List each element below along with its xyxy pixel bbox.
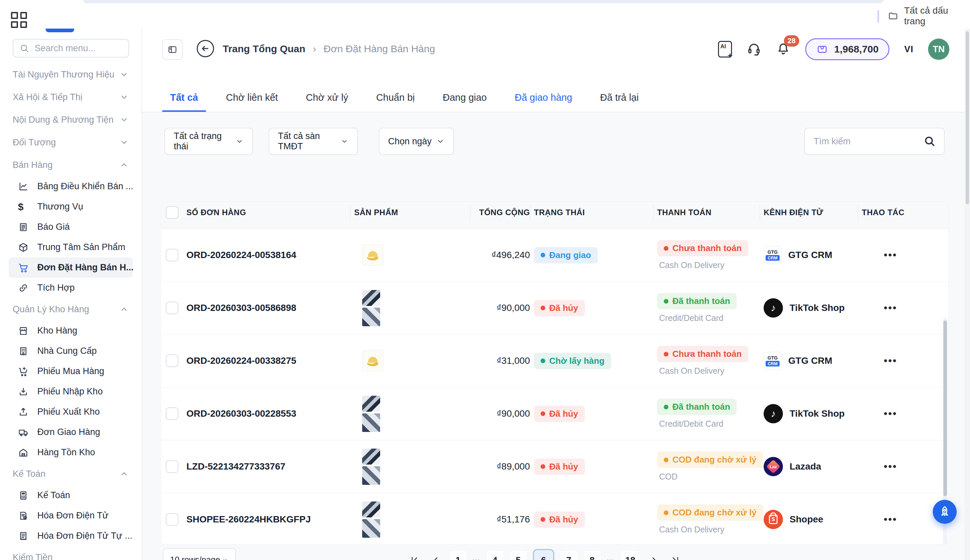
sidebar-item-13[interactable]: Nhà Cung Cấp <box>8 341 133 361</box>
product-thumbnails[interactable] <box>362 290 474 326</box>
product-thumbnails[interactable] <box>362 448 474 485</box>
table-search-input[interactable] <box>813 136 914 147</box>
page-button-7[interactable]: 7 <box>560 551 577 560</box>
app-screen: Tất cả dấu trang Tài Nguyên Thương HiệuX… <box>0 0 970 560</box>
table-scrollbar-thumb[interactable] <box>943 320 947 496</box>
order-id[interactable]: SHOPEE-260224HKBKGFPJ <box>186 514 311 524</box>
page-button-4[interactable]: 4 <box>486 551 503 560</box>
row-checkbox[interactable] <box>166 460 179 473</box>
tab-1[interactable]: Chờ liên kết <box>218 82 286 112</box>
sidebar: Tài Nguyên Thương HiệuXã Hội & Tiếp ThịN… <box>0 28 142 560</box>
sidebar-search[interactable] <box>13 39 129 58</box>
sidebar-item-7[interactable]: Báo Giá <box>8 217 133 237</box>
sidebar-section-19[interactable]: Kế Toán <box>0 463 142 485</box>
page-button-5[interactable]: 5 <box>510 551 527 560</box>
row-checkbox[interactable] <box>166 249 179 262</box>
page-button-1[interactable]: 1 <box>449 551 467 560</box>
sidebar-section-11[interactable]: Quản Lý Kho Hàng <box>0 298 142 320</box>
ai-assistant-icon[interactable]: AI <box>718 41 732 58</box>
row-actions-button[interactable]: ••• <box>862 461 948 472</box>
sidebar-section-0[interactable]: Tài Nguyên Thương Hiệu <box>0 63 142 86</box>
sidebar-section-2[interactable]: Nội Dung & Phương Tiện <box>0 108 142 131</box>
tab-2[interactable]: Chờ xử lý <box>298 82 356 112</box>
row-actions-button[interactable]: ••• <box>862 302 948 313</box>
sidebar-item-14[interactable]: Phiếu Mua Hàng <box>8 361 133 382</box>
sidebar-item-6[interactable]: $Thương Vụ <box>8 197 133 217</box>
marketplace-filter-dropdown[interactable]: Tất cả sàn TMĐT <box>269 128 358 155</box>
row-actions-button[interactable]: ••• <box>862 408 948 419</box>
table-search[interactable] <box>804 128 945 155</box>
breadcrumb-root[interactable]: Trang Tổng Quan <box>223 43 305 55</box>
row-checkbox[interactable] <box>166 513 179 526</box>
avatar[interactable]: TN <box>928 38 949 60</box>
last-page-button[interactable] <box>668 551 683 560</box>
sidebar-item-21[interactable]: Hóa Đơn Điện Tử <box>8 505 133 526</box>
sidebar-section-4[interactable]: Bán Hàng <box>0 153 142 176</box>
sidebar-toggle-button[interactable] <box>162 39 183 60</box>
product-thumbnail-cap[interactable] <box>362 350 383 372</box>
page-button-18[interactable]: 18 <box>620 551 641 560</box>
previous-page-button[interactable] <box>428 551 443 560</box>
sidebar-item-5[interactable]: Bảng Điều Khiển Bán ... <box>8 176 133 197</box>
sidebar-item-15[interactable]: Phiếu Nhập Kho <box>8 382 133 402</box>
sidebar-item-8[interactable]: Trung Tâm Sản Phẩm <box>8 237 133 257</box>
column-header-3[interactable]: TRẠNG THÁI <box>534 205 657 220</box>
sidebar-item-17[interactable]: Đơn Giao Hàng <box>8 422 133 442</box>
notifications-bell-icon[interactable]: 28 <box>776 41 791 57</box>
order-id[interactable]: ORD-20260303-00586898 <box>186 303 296 313</box>
product-thumbnails[interactable] <box>362 502 474 538</box>
sidebar-section-1[interactable]: Xã Hội & Tiếp Thị <box>0 86 142 108</box>
status-filter-dropdown[interactable]: Tất cả trạng thái <box>164 128 253 155</box>
tab-4[interactable]: Đang giao <box>435 82 495 112</box>
sidebar-section-23[interactable]: Kiếm Tiền <box>0 546 142 560</box>
window-scrollbar[interactable] <box>965 28 970 560</box>
page-button-8[interactable]: 8 <box>584 551 601 560</box>
row-actions-button[interactable]: ••• <box>862 355 948 367</box>
first-page-button[interactable] <box>407 551 422 560</box>
row-checkbox[interactable] <box>166 302 179 314</box>
sidebar-search-input[interactable] <box>34 43 119 54</box>
order-id[interactable]: ORD-20260224-00538164 <box>186 250 296 260</box>
order-id[interactable]: LZD-522134277333767 <box>186 461 285 472</box>
column-header-2[interactable]: TỔNG CỘNG <box>474 205 534 220</box>
order-id[interactable]: ORD-20260224-00338275 <box>186 355 296 366</box>
row-checkbox-cell <box>161 407 186 420</box>
product-thumbnail-cap[interactable] <box>362 244 383 266</box>
all-bookmarks-button[interactable]: Tất cả dấu trang <box>888 7 970 25</box>
apps-grid-icon[interactable] <box>11 12 27 28</box>
row-checkbox[interactable] <box>166 355 179 367</box>
back-button[interactable] <box>197 40 214 57</box>
row-actions-button[interactable]: ••• <box>862 249 948 261</box>
order-id[interactable]: ORD-20260303-00228553 <box>186 408 296 419</box>
rows-per-page-dropdown[interactable]: 10 rows/page <box>163 548 236 560</box>
next-page-button[interactable] <box>646 551 662 560</box>
sidebar-section-3[interactable]: Đối Tượng <box>0 131 142 153</box>
language-switcher[interactable]: VI <box>904 44 913 55</box>
tab-5[interactable]: Đã giao hàng <box>507 82 580 112</box>
column-header-0[interactable]: SỐ ĐƠN HÀNG <box>186 205 354 220</box>
select-all-checkbox[interactable] <box>166 206 179 219</box>
tab-3[interactable]: Chuẩn bị <box>368 82 423 112</box>
row-checkbox[interactable] <box>166 407 179 420</box>
sidebar-item-12[interactable]: Kho Hàng <box>8 320 133 341</box>
sidebar-item-20[interactable]: Kế Toán <box>8 485 133 505</box>
page-button-6[interactable]: 6 <box>533 549 554 560</box>
sidebar-item-16[interactable]: Phiếu Xuất Kho <box>8 402 133 422</box>
column-header-1[interactable]: SẢN PHẨM <box>354 205 474 220</box>
sidebar-item-18[interactable]: Hàng Tồn Kho <box>8 442 133 463</box>
sidebar-item-9[interactable]: Đơn Đặt Hàng Bán H... <box>8 257 133 278</box>
wallet-balance-button[interactable]: 1,968,700 <box>805 38 890 60</box>
date-filter-dropdown[interactable]: Chọn ngày <box>379 128 454 155</box>
chevron-down-icon <box>119 92 129 102</box>
rocket-fab-button[interactable] <box>933 500 957 524</box>
window-scrollbar-thumb[interactable] <box>966 31 969 204</box>
tab-0[interactable]: Tất cả <box>162 82 206 112</box>
column-header-4[interactable]: THANH TOÁN <box>657 205 764 220</box>
sidebar-item-22[interactable]: Hóa Đơn Điện Tử Tự ... <box>8 526 133 546</box>
tab-6[interactable]: Đã trả lại <box>592 82 647 112</box>
product-thumbnails[interactable] <box>362 396 474 432</box>
column-header-5[interactable]: KÊNH ĐIỆN TỬ <box>764 205 862 220</box>
support-headset-icon[interactable] <box>747 41 761 57</box>
column-header-6[interactable]: THAO TÁC <box>862 205 948 220</box>
sidebar-item-10[interactable]: Tích Hợp <box>8 278 133 298</box>
